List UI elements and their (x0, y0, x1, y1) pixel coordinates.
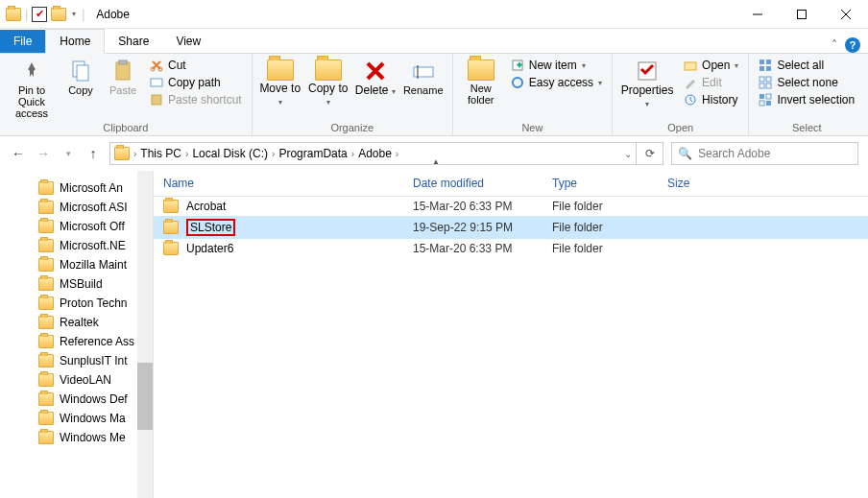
paste-shortcut-button[interactable]: Paste shortcut (146, 92, 246, 107)
tree-item[interactable]: Proton Techn (0, 294, 153, 313)
move-to-button[interactable]: Move to ▾ (258, 56, 302, 107)
svg-rect-27 (766, 83, 771, 88)
new-item-button[interactable]: ✦New item ▾ (507, 58, 606, 73)
chevron-right-icon[interactable]: › (351, 149, 354, 159)
minimize-button[interactable] (735, 0, 780, 29)
collapse-ribbon-chevron-icon[interactable]: ˄ (832, 38, 837, 52)
qat-properties-checkbox[interactable]: ✔ (32, 7, 47, 22)
tree-item-label: VideoLAN (60, 373, 111, 387)
file-type: File folder (542, 221, 658, 234)
folder-icon (38, 373, 54, 387)
tree-item[interactable]: Reference Ass (0, 332, 153, 351)
tab-home[interactable]: Home (45, 29, 105, 54)
close-button[interactable] (824, 0, 868, 29)
easy-access-button[interactable]: Easy access ▾ (507, 75, 606, 90)
chevron-down-icon: ▾ (392, 87, 396, 96)
tab-share[interactable]: Share (105, 30, 162, 53)
tree-item[interactable]: SunplusIT Int (0, 351, 153, 370)
select-all-button[interactable]: Select all (755, 58, 858, 73)
tree-item[interactable]: Microsoft An (0, 178, 153, 198)
maximize-button[interactable] (780, 0, 824, 29)
tree-item-label: Realtek (60, 316, 99, 329)
chevron-down-icon: ▾ (582, 61, 586, 70)
copy-button[interactable]: Copy (61, 56, 100, 96)
column-date[interactable]: Date modified (403, 177, 542, 190)
svg-rect-30 (760, 101, 764, 106)
chevron-down-icon: ▾ (278, 98, 282, 107)
nav-recent-chevron-icon[interactable]: ▾ (60, 149, 77, 158)
history-button[interactable]: History (680, 92, 742, 107)
invert-label: Invert selection (777, 93, 855, 107)
invert-selection-button[interactable]: Invert selection (755, 92, 858, 107)
address-dropdown-chevron-icon[interactable]: ⌄ (624, 149, 632, 159)
copy-path-button[interactable]: Copy path (146, 75, 246, 90)
column-type[interactable]: Type (542, 177, 658, 190)
column-name[interactable]: Name (154, 177, 403, 190)
copy-to-button[interactable]: Copy to ▾ (306, 56, 350, 107)
column-size[interactable]: Size (658, 177, 754, 190)
chevron-right-icon[interactable]: › (272, 149, 275, 159)
table-row[interactable]: Updater615-Mar-20 6:33 PMFile folder (154, 239, 868, 258)
navigation-tree[interactable]: Microsoft AnMicrosoft ASIMicrosoft OffMi… (0, 171, 154, 498)
chevron-right-icon[interactable]: › (396, 149, 398, 159)
tree-scrollbar-thumb[interactable] (137, 363, 153, 430)
tree-item[interactable]: Realtek (0, 313, 153, 332)
refresh-button[interactable]: ⟳ (637, 142, 663, 165)
shortcut-icon (150, 93, 163, 107)
new-folder-button[interactable]: New folder (459, 56, 503, 106)
nav-forward-button[interactable]: → (35, 146, 52, 161)
svg-point-16 (513, 78, 522, 87)
breadcrumb[interactable]: Local Disk (C:)› (192, 147, 275, 160)
tree-item[interactable]: MSBuild (0, 274, 153, 294)
tree-scrollbar[interactable] (137, 171, 153, 498)
help-icon[interactable]: ? (845, 37, 860, 53)
tree-item[interactable]: VideoLAN (0, 370, 153, 390)
tree-item[interactable]: Microsoft ASI (0, 198, 153, 217)
rename-button[interactable]: Rename (400, 56, 446, 96)
highlighted-name: SLStore (186, 219, 235, 236)
properties-button[interactable]: Properties ▾ (618, 56, 676, 109)
cut-button[interactable]: Cut (146, 58, 246, 73)
tree-item[interactable]: Windows Def (0, 390, 153, 409)
paste-button[interactable]: Paste (104, 56, 142, 96)
breadcrumb[interactable]: This PC› (140, 147, 188, 160)
folder-icon (38, 258, 54, 272)
breadcrumb[interactable]: ProgramData› (278, 147, 354, 160)
title-bar: | ✔ ▾ | Adobe (0, 0, 868, 29)
search-icon: 🔍 (678, 147, 692, 160)
pin-to-quick-access-button[interactable]: Pin to Quick access (6, 56, 58, 119)
tree-item[interactable]: Windows Me (0, 428, 153, 447)
file-type: File folder (542, 242, 658, 255)
table-row[interactable]: SLStore19-Sep-22 9:15 PMFile folder (154, 216, 868, 239)
breadcrumb-label: Adobe (358, 147, 392, 160)
chevron-down-icon: ▾ (598, 79, 602, 87)
tree-item[interactable]: Microsoft.NE (0, 236, 153, 255)
chevron-right-icon[interactable]: › (133, 149, 136, 159)
table-row[interactable]: Acrobat15-Mar-20 6:33 PMFile folder (154, 197, 868, 216)
nav-back-button[interactable]: ← (10, 146, 27, 161)
tree-item[interactable]: Windows Ma (0, 409, 153, 428)
tree-item-label: Mozilla Maint (60, 258, 127, 272)
breadcrumb-label: Local Disk (C:) (192, 147, 268, 160)
search-box[interactable]: 🔍 Search Adobe (671, 142, 858, 165)
select-none-button[interactable]: Select none (755, 75, 858, 90)
file-list: Name Date modified Type Size Acrobat15-M… (154, 171, 868, 498)
qat-customize-chevron-icon[interactable]: ▾ (70, 10, 78, 18)
move-to-icon (267, 59, 294, 81)
select-all-label: Select all (777, 59, 824, 72)
copy-icon (69, 59, 92, 83)
tree-item-label: Microsoft An (60, 181, 123, 195)
tab-file[interactable]: File (0, 30, 45, 53)
tree-item-label: Microsoft.NE (60, 239, 126, 252)
tree-item[interactable]: Microsoft Off (0, 217, 153, 236)
delete-button[interactable]: Delete ▾ (354, 56, 397, 97)
tree-item[interactable]: Mozilla Maint (0, 255, 153, 274)
open-button[interactable]: Open ▾ (680, 58, 742, 73)
tab-view[interactable]: View (162, 30, 214, 53)
breadcrumb[interactable]: Adobe› (358, 147, 398, 160)
nav-up-button[interactable]: ↑ (84, 146, 102, 161)
edit-button[interactable]: Edit (680, 75, 742, 90)
address-bar[interactable]: › This PC› Local Disk (C:)› ProgramData›… (109, 142, 637, 165)
chevron-right-icon[interactable]: › (185, 149, 188, 159)
svg-rect-28 (760, 94, 764, 99)
